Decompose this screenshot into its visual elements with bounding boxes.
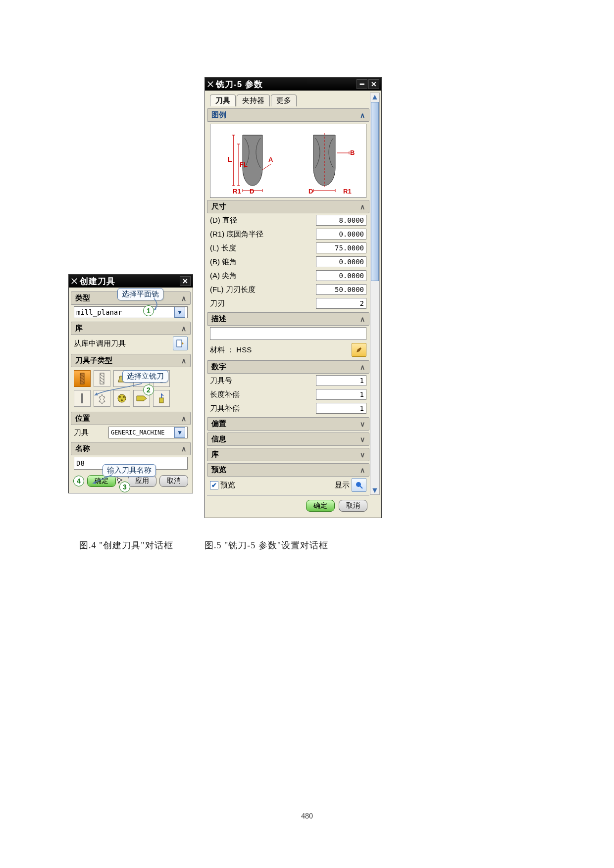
chevron-up-icon[interactable]: ∧ <box>360 363 365 371</box>
svg-line-14 <box>262 164 271 170</box>
app-icon <box>71 278 78 285</box>
ok-button[interactable]: 确定 <box>306 500 335 512</box>
svg-rect-9 <box>159 398 163 403</box>
mill-params-dialog: 铣刀-5 参数 ━ ✕ 刀具 夹持器 更多 图例 ∧ L FL A R1 <box>205 77 382 518</box>
section-desc[interactable]: 描述 ∧ <box>207 312 369 326</box>
section-name[interactable]: 名称 ∧ <box>71 442 191 455</box>
section-library[interactable]: 库 ∧ <box>71 322 191 335</box>
toolnum-input[interactable] <box>316 375 366 386</box>
desc-input[interactable] <box>210 327 366 340</box>
chevron-up-icon[interactable]: ∧ <box>181 325 186 333</box>
chevron-down-icon[interactable]: ▼ <box>174 427 185 438</box>
section-lib[interactable]: 库∨ <box>207 448 369 461</box>
scroll-down-icon[interactable]: ▼ <box>370 486 379 494</box>
tab-holder[interactable]: 夹持器 <box>237 95 270 106</box>
tool-icon[interactable] <box>153 390 170 407</box>
show-button[interactable] <box>352 478 366 492</box>
svg-text:R1: R1 <box>343 188 352 194</box>
chevron-down-icon[interactable]: ∨ <box>360 435 365 443</box>
chevron-up-icon[interactable]: ∧ <box>360 466 365 474</box>
dim-fl-label: (FL) 刀刃长度 <box>210 285 256 294</box>
dim-flutes-label: 刀刃 <box>210 299 225 308</box>
section-label: 库 <box>211 450 219 459</box>
dim-a-input[interactable] <box>316 270 366 281</box>
chevron-up-icon[interactable]: ∧ <box>181 445 186 453</box>
chevron-up-icon[interactable]: ∧ <box>360 315 365 323</box>
svg-text:A: A <box>268 156 273 163</box>
svg-point-8 <box>121 399 123 401</box>
section-label: 刀具子类型 <box>75 356 112 365</box>
combo-value: GENERIC_MACHINE <box>111 429 164 436</box>
dim-l-label: (L) 长度 <box>210 243 236 253</box>
cancel-button[interactable]: 取消 <box>339 500 367 512</box>
chevron-up-icon[interactable]: ∧ <box>360 203 365 211</box>
dim-r1-label: (R1) 底圆角半径 <box>210 230 263 239</box>
section-info[interactable]: 信息∨ <box>207 433 369 446</box>
dim-l-input[interactable] <box>316 242 366 253</box>
chevron-up-icon[interactable]: ∧ <box>181 415 186 423</box>
library-fetch-button[interactable] <box>173 337 188 350</box>
cancel-button[interactable]: 取消 <box>159 475 188 487</box>
dim-fl-input[interactable] <box>316 284 366 295</box>
svg-text:D: D <box>250 188 254 194</box>
position-tool-label: 刀具 <box>74 428 89 437</box>
section-numbers[interactable]: 数字 ∧ <box>207 360 369 374</box>
section-label: 偏置 <box>211 419 226 429</box>
svg-rect-0 <box>177 340 182 347</box>
chevron-down-icon[interactable]: ▼ <box>174 307 185 318</box>
dim-r1-input[interactable] <box>316 229 366 240</box>
dim-d-input[interactable] <box>316 215 366 226</box>
chevron-up-icon[interactable]: ∧ <box>360 111 365 119</box>
tab-tool[interactable]: 刀具 <box>210 95 236 106</box>
scroll-up-icon[interactable]: ▲ <box>370 93 379 101</box>
section-label: 名称 <box>75 444 90 453</box>
section-diagram[interactable]: 图例 ∧ <box>207 108 369 122</box>
lenoffset-input[interactable] <box>316 389 366 400</box>
svg-rect-4 <box>81 393 83 403</box>
tool-icon[interactable] <box>74 390 91 407</box>
svg-text:FL: FL <box>240 161 248 168</box>
minimize-icon[interactable]: ━ <box>357 79 367 89</box>
close-icon[interactable]: ✕ <box>180 276 191 286</box>
svg-text:L: L <box>228 155 232 163</box>
section-dimensions[interactable]: 尺寸 ∧ <box>207 200 369 213</box>
svg-text:R1: R1 <box>233 188 241 194</box>
section-offset[interactable]: 偏置∨ <box>207 417 369 431</box>
dim-b-label: (B) 锥角 <box>210 257 237 267</box>
type-combo[interactable]: mill_planar ▼ <box>74 306 188 318</box>
section-preview[interactable]: 预览∧ <box>207 463 369 477</box>
position-tool-combo[interactable]: GENERIC_MACHINE ▼ <box>108 427 188 438</box>
annotation-3: 3 <box>119 482 130 492</box>
section-label: 尺寸 <box>211 202 226 211</box>
scrollbar[interactable]: ▲ ▼ <box>370 93 380 495</box>
page-number: 480 <box>0 812 614 820</box>
dim-d-label: (D) 直径 <box>210 216 237 225</box>
tab-more[interactable]: 更多 <box>271 95 297 106</box>
chevron-down-icon[interactable]: ∨ <box>360 420 365 428</box>
preview-checkbox[interactable]: ✔预览 <box>210 481 235 490</box>
close-icon[interactable]: ✕ <box>368 79 379 89</box>
callout-arrow <box>93 383 147 397</box>
titlebar[interactable]: 铣刀-5 参数 ━ ✕ <box>205 78 381 91</box>
section-label: 信息 <box>211 434 226 444</box>
tool-diagram: L FL A R1 D B D R1 <box>210 124 366 198</box>
dim-b-input[interactable] <box>316 256 366 267</box>
dim-flutes-input[interactable] <box>316 298 366 309</box>
apply-button[interactable]: 应用 <box>128 475 156 487</box>
scroll-thumb[interactable] <box>371 102 379 281</box>
lenoffset-label: 长度补偿 <box>210 390 240 399</box>
chevron-up-icon[interactable]: ∧ <box>181 294 186 302</box>
chevron-down-icon[interactable]: ∨ <box>360 451 365 459</box>
tool-endmill-icon[interactable] <box>74 370 91 387</box>
tooloffset-input[interactable] <box>316 403 366 414</box>
figure-caption-5: 图.5 "铣刀-5 参数"设置对话框 <box>205 539 328 551</box>
material-button[interactable] <box>352 343 366 357</box>
section-label: 数字 <box>211 362 226 372</box>
titlebar[interactable]: 创建刀具 ✕ <box>69 275 193 288</box>
callout-2: 选择立铣刀 <box>122 370 168 383</box>
section-subtype[interactable]: 刀具子类型 ∧ <box>71 354 191 367</box>
annotation-4: 4 <box>73 476 84 486</box>
section-position[interactable]: 位置 ∧ <box>71 412 191 425</box>
svg-text:D: D <box>308 188 313 194</box>
chevron-up-icon[interactable]: ∧ <box>181 357 186 365</box>
